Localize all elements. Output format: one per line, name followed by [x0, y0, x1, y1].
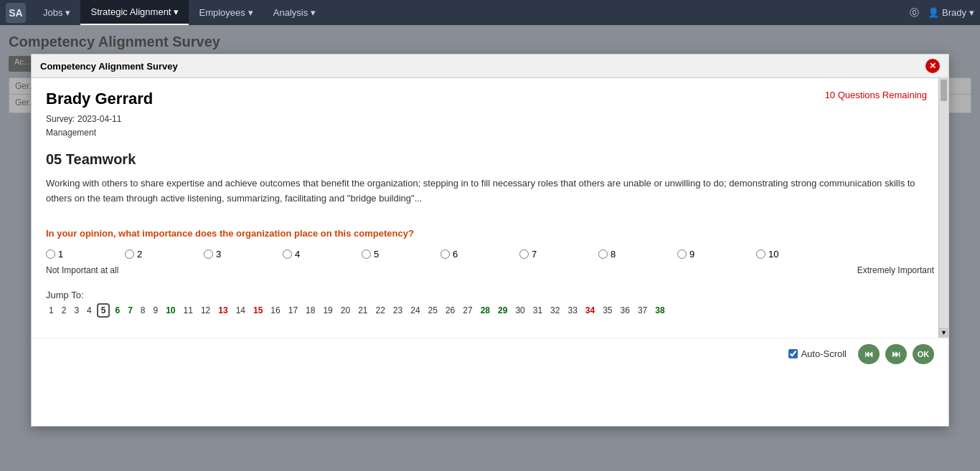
- chevron-down-icon: ▾: [311, 7, 316, 18]
- jump-3[interactable]: 3: [71, 305, 82, 316]
- help-button[interactable]: ⓪: [910, 6, 919, 19]
- jump-4[interactable]: 4: [84, 305, 95, 316]
- user-name: Brady Gerrard: [46, 90, 934, 108]
- radio-5[interactable]: [362, 249, 371, 259]
- jump-5[interactable]: 5: [97, 303, 110, 318]
- survey-meta: Survey: 2023-04-11 Management: [46, 113, 934, 140]
- rating-option-1[interactable]: 1: [46, 249, 125, 260]
- jump-17[interactable]: 17: [286, 305, 301, 316]
- person-icon: 👤: [928, 7, 939, 18]
- radio-4[interactable]: [283, 249, 292, 259]
- rating-option-2[interactable]: 2: [125, 249, 204, 260]
- rating-option-4[interactable]: 4: [283, 249, 362, 260]
- jump-33[interactable]: 33: [565, 305, 580, 316]
- prev-button[interactable]: ⏭: [885, 344, 907, 364]
- ok-button[interactable]: OK: [913, 344, 934, 364]
- jump-16[interactable]: 16: [268, 305, 283, 316]
- nav-analysis[interactable]: Analysis ▾: [263, 0, 326, 25]
- jump-18[interactable]: 18: [303, 305, 318, 316]
- jump-to-label: Jump To:: [46, 290, 934, 300]
- close-button[interactable]: ✕: [925, 59, 940, 73]
- jump-14[interactable]: 14: [233, 305, 248, 316]
- jump-11[interactable]: 11: [181, 305, 196, 316]
- radio-8[interactable]: [598, 249, 608, 259]
- jump-1[interactable]: 1: [46, 305, 57, 316]
- rating-row: 1 2 3 4 5: [46, 249, 934, 260]
- scroll-down-arrow[interactable]: ▼: [939, 328, 948, 338]
- jump-20[interactable]: 20: [338, 305, 353, 316]
- jump-26[interactable]: 26: [443, 305, 458, 316]
- rating-labels: Not Important at all Extremely Important: [46, 265, 934, 275]
- nav-jobs[interactable]: Jobs ▾: [33, 0, 80, 25]
- jump-12[interactable]: 12: [198, 305, 213, 316]
- jump-2[interactable]: 2: [59, 305, 70, 316]
- jump-35[interactable]: 35: [600, 305, 615, 316]
- autoscroll-checkbox[interactable]: [788, 349, 798, 358]
- jump-32[interactable]: 32: [547, 305, 562, 316]
- survey-date: Survey: 2023-04-11: [46, 113, 934, 126]
- autoscroll-control[interactable]: Auto-Scroll: [788, 348, 847, 359]
- rating-option-10[interactable]: 10: [756, 249, 835, 260]
- rating-option-9[interactable]: 9: [677, 249, 756, 260]
- competency-name: Teamwork: [66, 151, 136, 167]
- jump-34[interactable]: 34: [583, 305, 598, 316]
- modal-overlay: Competency Alignment Survey ✕ 10 Questio…: [0, 25, 980, 471]
- nav-strategic-alignment[interactable]: Strategic Alignment ▾: [80, 0, 189, 25]
- jump-37[interactable]: 37: [635, 305, 650, 316]
- modal-footer: Auto-Scroll ⏮ ⏭ OK: [32, 338, 948, 370]
- jump-29[interactable]: 29: [495, 305, 510, 316]
- competency-number: 05: [46, 151, 62, 167]
- navbar: SA Jobs ▾ Strategic Alignment ▾ Employee…: [0, 0, 980, 25]
- first-button[interactable]: ⏮: [858, 344, 880, 364]
- radio-2[interactable]: [125, 249, 134, 259]
- jump-to-section: Jump To: 1 2 3 4 5 6 7 8 9 10 11 12: [46, 290, 934, 318]
- rating-option-8[interactable]: 8: [598, 249, 677, 260]
- user-menu[interactable]: 👤 Brady ▾: [928, 7, 974, 18]
- question-label: In your opinion, what importance does th…: [46, 228, 934, 239]
- rating-option-6[interactable]: 6: [440, 249, 519, 260]
- survey-modal: Competency Alignment Survey ✕ 10 Questio…: [31, 54, 949, 427]
- modal-body: 10 Questions Remaining Brady Gerrard Sur…: [32, 78, 948, 338]
- jump-7[interactable]: 7: [125, 305, 136, 316]
- jump-38[interactable]: 38: [652, 305, 667, 316]
- jump-23[interactable]: 23: [390, 305, 405, 316]
- jump-19[interactable]: 19: [320, 305, 335, 316]
- jump-6[interactable]: 6: [112, 305, 123, 316]
- jump-9[interactable]: 9: [151, 305, 161, 316]
- jump-10[interactable]: 10: [163, 305, 178, 316]
- jump-30[interactable]: 30: [512, 305, 527, 316]
- competency-title: 05 Teamwork: [46, 151, 934, 168]
- jump-31[interactable]: 31: [530, 305, 545, 316]
- scrollbar-thumb[interactable]: [941, 80, 947, 101]
- chevron-down-icon: ▾: [969, 7, 974, 18]
- jump-8[interactable]: 8: [138, 305, 149, 316]
- jump-22[interactable]: 22: [373, 305, 388, 316]
- radio-1[interactable]: [46, 249, 55, 259]
- radio-9[interactable]: [677, 249, 687, 259]
- jump-24[interactable]: 24: [407, 305, 423, 316]
- rating-option-7[interactable]: 7: [519, 249, 598, 260]
- prev-icon: ⏭: [892, 349, 900, 359]
- modal-title: Competency Alignment Survey: [40, 61, 178, 72]
- radio-10[interactable]: [756, 249, 765, 259]
- jump-27[interactable]: 27: [460, 305, 475, 316]
- radio-3[interactable]: [204, 249, 213, 259]
- chevron-down-icon: ▾: [65, 7, 70, 18]
- scrollbar[interactable]: ▼: [938, 78, 948, 338]
- page-background: Competency Alignment Survey Ac... + ✎ 🗑 …: [0, 25, 980, 471]
- radio-7[interactable]: [519, 249, 529, 259]
- jump-28[interactable]: 28: [478, 305, 493, 316]
- ok-label: OK: [918, 350, 930, 358]
- jump-13[interactable]: 13: [215, 305, 230, 316]
- radio-6[interactable]: [440, 249, 450, 259]
- rating-option-5[interactable]: 5: [362, 249, 440, 260]
- jump-25[interactable]: 25: [425, 305, 440, 316]
- nav-employees[interactable]: Employees ▾: [189, 0, 263, 25]
- jump-36[interactable]: 36: [618, 305, 633, 316]
- jump-15[interactable]: 15: [250, 305, 265, 316]
- label-extremely-important: Extremely Important: [857, 265, 934, 275]
- label-not-important: Not Important at all: [46, 265, 118, 275]
- question-icon: ⓪: [910, 6, 919, 19]
- jump-21[interactable]: 21: [355, 305, 370, 316]
- rating-option-3[interactable]: 3: [204, 249, 283, 260]
